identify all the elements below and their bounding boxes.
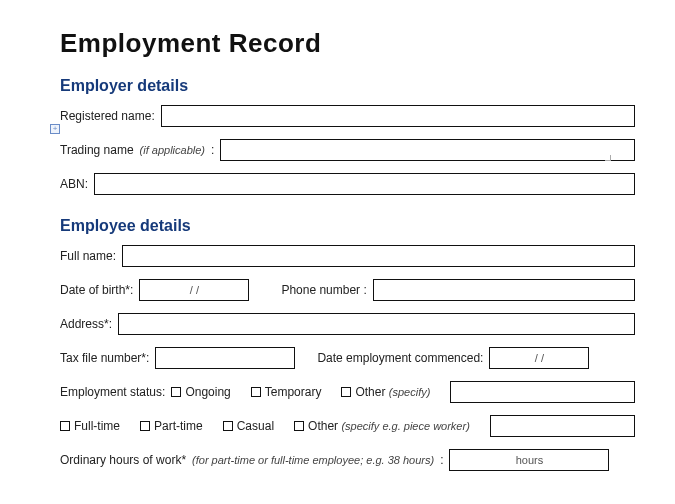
checkbox-type-other[interactable] bbox=[294, 421, 304, 431]
commenced-label: Date employment commenced: bbox=[317, 351, 483, 365]
fullname-label: Full name: bbox=[60, 249, 116, 263]
trading-name-label: Trading name bbox=[60, 143, 134, 157]
type-other-label: Other bbox=[308, 419, 338, 433]
fullname-input[interactable] bbox=[122, 245, 635, 267]
ongoing-label: Ongoing bbox=[185, 385, 230, 399]
phone-label: Phone number : bbox=[281, 283, 366, 297]
employer-heading: Employer details bbox=[60, 77, 635, 95]
trading-name-hint: (if applicable) bbox=[140, 144, 205, 156]
abn-input[interactable] bbox=[94, 173, 635, 195]
employee-heading: Employee details bbox=[60, 217, 635, 235]
type-other-input[interactable] bbox=[490, 415, 635, 437]
hours-suffix: hours bbox=[516, 454, 544, 466]
phone-input[interactable] bbox=[373, 279, 635, 301]
checkbox-temporary[interactable] bbox=[251, 387, 261, 397]
checkbox-status-other[interactable] bbox=[341, 387, 351, 397]
hours-label: Ordinary hours of work* bbox=[60, 453, 186, 467]
trading-name-input[interactable] bbox=[220, 139, 635, 161]
status-other-label: Other bbox=[355, 385, 385, 399]
fulltime-label: Full-time bbox=[74, 419, 120, 433]
parttime-label: Part-time bbox=[154, 419, 203, 433]
hours-input[interactable]: hours bbox=[449, 449, 609, 471]
address-label: Address*: bbox=[60, 317, 112, 331]
status-other-hint: (specify) bbox=[389, 386, 431, 398]
tfn-label: Tax file number*: bbox=[60, 351, 149, 365]
temporary-label: Temporary bbox=[265, 385, 322, 399]
trading-name-colon: : bbox=[211, 143, 214, 157]
hours-colon: : bbox=[440, 453, 443, 467]
checkbox-casual[interactable] bbox=[223, 421, 233, 431]
status-other-input[interactable] bbox=[450, 381, 635, 403]
dob-label: Date of birth*: bbox=[60, 283, 133, 297]
casual-label: Casual bbox=[237, 419, 274, 433]
dob-input[interactable]: / / bbox=[139, 279, 249, 301]
registered-name-input[interactable] bbox=[161, 105, 635, 127]
tfn-input[interactable] bbox=[155, 347, 295, 369]
checkbox-fulltime[interactable] bbox=[60, 421, 70, 431]
commenced-input[interactable]: / / bbox=[489, 347, 589, 369]
hours-hint: (for part-time or full-time employee; e.… bbox=[192, 454, 434, 466]
abn-label: ABN: bbox=[60, 177, 88, 191]
checkbox-parttime[interactable] bbox=[140, 421, 150, 431]
address-input[interactable] bbox=[118, 313, 635, 335]
registered-name-label: Registered name: bbox=[60, 109, 155, 123]
type-other-hint: (specify e.g. piece worker) bbox=[341, 420, 469, 432]
checkbox-ongoing[interactable] bbox=[171, 387, 181, 397]
resize-corner-icon bbox=[605, 155, 611, 161]
status-label: Employment status: bbox=[60, 385, 165, 399]
table-anchor-icon: + bbox=[50, 124, 60, 134]
page-title: Employment Record bbox=[60, 28, 635, 59]
